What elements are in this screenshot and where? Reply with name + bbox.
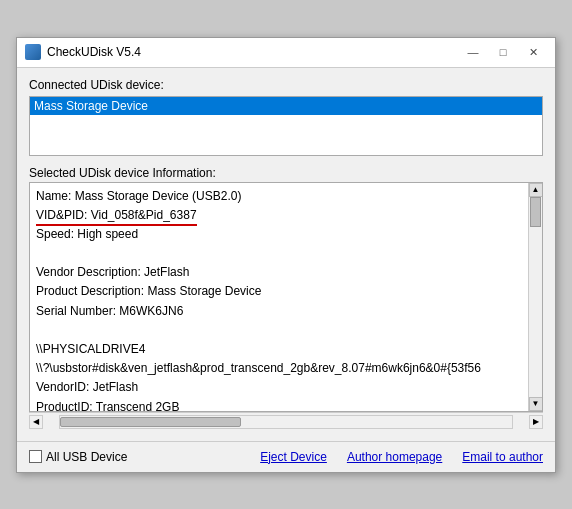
blank-line bbox=[36, 244, 536, 263]
blank2-line bbox=[36, 321, 536, 340]
vertical-scrollbar[interactable]: ▲ ▼ bbox=[528, 183, 542, 411]
email-author-link[interactable]: Email to author bbox=[462, 450, 543, 464]
main-window: CheckUDisk V5.4 — □ ✕ Connected UDisk de… bbox=[16, 37, 556, 473]
app-icon bbox=[25, 44, 41, 60]
info-section-label: Selected UDisk device Information: bbox=[29, 166, 543, 180]
info-box: Name: Mass Storage Device (USB2.0) VID&P… bbox=[29, 182, 543, 412]
title-bar: CheckUDisk V5.4 — □ ✕ bbox=[17, 38, 555, 68]
device-list-item[interactable]: Mass Storage Device bbox=[30, 97, 542, 115]
scroll-down-arrow[interactable]: ▼ bbox=[529, 397, 543, 411]
productid-line: ProductID: Transcend 2GB bbox=[36, 398, 536, 412]
footer-links: Eject Device Author homepage Email to au… bbox=[260, 450, 543, 464]
h-scroll-thumb[interactable] bbox=[60, 417, 241, 427]
window-controls: — □ ✕ bbox=[459, 41, 547, 63]
name-line: Name: Mass Storage Device (USB2.0) bbox=[36, 187, 536, 206]
product-line: Product Description: Mass Storage Device bbox=[36, 282, 536, 301]
device-list[interactable]: Mass Storage Device bbox=[29, 96, 543, 156]
speed-line: Speed: High speed bbox=[36, 225, 536, 244]
maximize-button[interactable]: □ bbox=[489, 41, 517, 63]
vendor-line: Vendor Description: JetFlash bbox=[36, 263, 536, 282]
vendor2-line: VendorID: JetFlash bbox=[36, 378, 536, 397]
horizontal-scrollbar[interactable] bbox=[59, 415, 513, 429]
all-usb-checkbox-area[interactable]: All USB Device bbox=[29, 450, 127, 464]
vid-line: VID&PID: Vid_058f&Pid_6387 bbox=[36, 206, 536, 225]
physdrive-line: \\PHYSICALDRIVE4 bbox=[36, 340, 536, 359]
scroll-track[interactable] bbox=[529, 197, 542, 397]
close-button[interactable]: ✕ bbox=[519, 41, 547, 63]
serial-line: Serial Number: M6WK6JN6 bbox=[36, 302, 536, 321]
connected-devices-label: Connected UDisk device: bbox=[29, 78, 543, 92]
eject-device-link[interactable]: Eject Device bbox=[260, 450, 327, 464]
footer: All USB Device Eject Device Author homep… bbox=[17, 441, 555, 472]
window-title: CheckUDisk V5.4 bbox=[47, 45, 459, 59]
scroll-right-arrow[interactable]: ▶ bbox=[529, 415, 543, 429]
minimize-button[interactable]: — bbox=[459, 41, 487, 63]
vid-underline: VID&PID: Vid_058f&Pid_6387 bbox=[36, 206, 197, 225]
scroll-left-arrow[interactable]: ◀ bbox=[29, 415, 43, 429]
all-usb-checkbox[interactable] bbox=[29, 450, 42, 463]
info-content: Name: Mass Storage Device (USB2.0) VID&P… bbox=[30, 183, 542, 412]
author-homepage-link[interactable]: Author homepage bbox=[347, 450, 442, 464]
all-usb-label: All USB Device bbox=[46, 450, 127, 464]
content-area: Connected UDisk device: Mass Storage Dev… bbox=[17, 68, 555, 441]
storpath-line: \\?\usbstor#disk&ven_jetflash&prod_trans… bbox=[36, 359, 536, 378]
scroll-thumb[interactable] bbox=[530, 197, 541, 227]
scroll-up-arrow[interactable]: ▲ bbox=[529, 183, 543, 197]
horizontal-scroll-area: ◀ ▶ bbox=[29, 412, 543, 431]
